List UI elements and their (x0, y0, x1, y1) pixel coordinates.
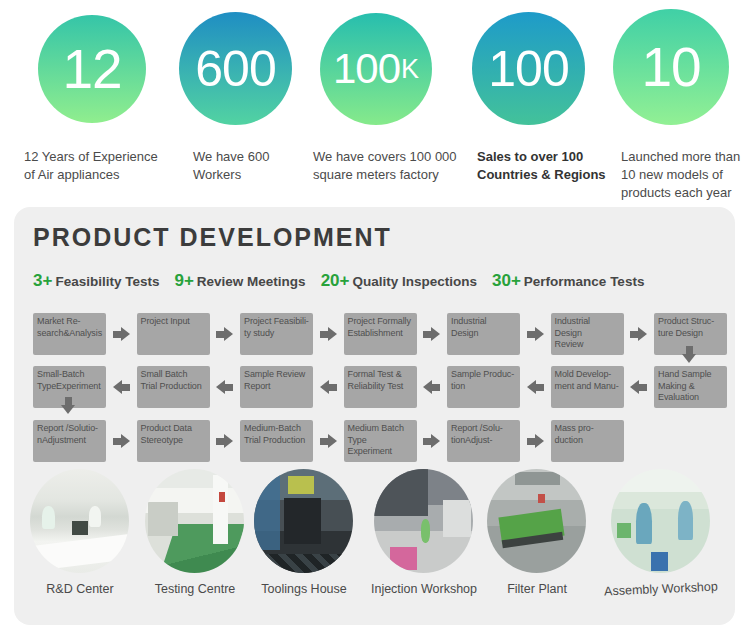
metric-review-meetings: 9+ Review Meetings (174, 271, 305, 291)
metrics-row: 3+ Feasibility Tests 9+ Review Meetings … (33, 271, 644, 291)
metric-value: 20+ (321, 271, 350, 291)
photo-texture (254, 554, 353, 573)
photo-texture (651, 552, 669, 571)
rd-center-photo (30, 469, 129, 573)
arrow-left-icon (210, 366, 241, 408)
metric-value: 9+ (174, 271, 193, 291)
flow-step: Market Re- search&Analysis (33, 313, 106, 355)
stat-value: 12 (62, 42, 121, 97)
filter-plant-photo (487, 469, 586, 573)
arrow-right-icon (520, 313, 551, 355)
assembly-workshop-photo (611, 469, 710, 573)
stat-value: 100 (488, 44, 568, 94)
stat-caption-years: 12 Years of Experience of Air appliances (24, 148, 158, 184)
flow-row-1: Market Re- search&Analysis Project Input… (33, 313, 727, 355)
flow-step: Mass pro- duction (551, 420, 624, 462)
arrow-right-icon (210, 313, 241, 355)
flow-step: Industrial Design (447, 313, 520, 355)
stat-circle-years: 12 (38, 15, 146, 123)
arrow-right-icon (520, 420, 551, 462)
arrow-left-icon (624, 366, 655, 408)
stat-circle-factory-area: 100 K (320, 13, 432, 125)
stat-caption-factory-area: We have covers 100 000 square meters fac… (313, 148, 457, 184)
metric-performance-tests: 30+ Performance Tests (492, 271, 644, 291)
photo-texture (72, 521, 89, 535)
section-title: PRODUCT DEVELOPMENT (33, 223, 392, 252)
injection-workshop-photo (374, 469, 473, 573)
stat-value: 600 (195, 44, 275, 94)
arrow-right-icon (210, 420, 241, 462)
stat-circle-countries: 100 (472, 12, 585, 125)
photo-texture (443, 500, 471, 536)
photo-texture (515, 472, 561, 484)
stat-caption-countries: Sales to over 100 Countries & Regions (477, 148, 606, 184)
photo-texture (538, 494, 545, 503)
flow-step: Project Feasibili- ty study (240, 313, 313, 355)
facility-label-toolings-house: Toolings House (234, 582, 374, 596)
flow-step: Project Formally Establishment (344, 313, 417, 355)
arrow-right-icon (106, 420, 137, 462)
photo-texture (148, 502, 178, 535)
metric-label: Quality Inspections (352, 274, 477, 289)
flow-step: Hand Sample Making & Evaluation (654, 366, 727, 408)
photo-texture (213, 475, 228, 544)
metric-feasibility-tests: 3+ Feasibility Tests (33, 271, 159, 291)
photo-texture (284, 498, 322, 544)
arrow-right-icon (313, 313, 344, 355)
photo-texture (30, 533, 129, 572)
photo-texture (678, 501, 693, 539)
photo-texture (421, 519, 431, 543)
testing-centre-photo (145, 469, 244, 573)
flow-step: Sample Produc- tion (447, 366, 520, 408)
stat-circle-new-models: 10 (613, 9, 729, 125)
flow-step: Medium-Batch Trial Production (240, 420, 313, 462)
flow-row-2: Small-Batch TypeExperiment Small Batch T… (33, 366, 727, 408)
photo-texture (254, 475, 280, 550)
arrow-left-icon (313, 366, 344, 408)
stat-value-suffix: K (401, 54, 419, 85)
toolings-house-photo (254, 469, 353, 573)
flow-step: Project Input (137, 313, 210, 355)
arrow-down-icon (682, 346, 696, 363)
photo-texture (636, 503, 652, 544)
photo-texture (374, 469, 428, 516)
arrow-right-icon (313, 420, 344, 462)
metric-value: 30+ (492, 271, 521, 291)
arrow-right-icon (624, 313, 655, 355)
flow-step: Report /Solutio- nAdjustment (33, 420, 106, 462)
infographic-page: 12 600 100 K 100 10 12 Years of Experien… (0, 0, 749, 639)
flow-step: Formal Test & Reliability Test (344, 366, 417, 408)
flow-step: Medium Batch Type Experiment (344, 420, 417, 462)
stat-circle-workers: 600 (179, 12, 292, 125)
facility-label-assembly-workshop: Assembly Workshop (591, 579, 731, 599)
photo-texture (617, 523, 631, 538)
arrow-right-icon (417, 313, 448, 355)
flow-row-3: Report /Solutio- nAdjustment Product Dat… (33, 420, 624, 462)
stat-caption-workers: We have 600 Workers (193, 148, 269, 184)
facility-label-filter-plant: Filter Plant (467, 582, 607, 596)
stat-caption-new-models: Launched more than 10 new models of prod… (621, 148, 740, 203)
flow-step: Sample Review Report (240, 366, 313, 408)
arrow-left-icon (520, 366, 551, 408)
flow-step: Product Data Stereotype (137, 420, 210, 462)
metric-label: Performance Tests (524, 274, 645, 289)
arrow-down-icon (61, 397, 75, 414)
flow-step: Industrial Design Review (551, 313, 624, 355)
stat-value: 100 (333, 48, 400, 90)
flow-step: Report /Solu- tionAdjust- (447, 420, 520, 462)
arrow-right-icon (417, 420, 448, 462)
metric-quality-inspections: 20+ Quality Inspections (321, 271, 477, 291)
flow-step: Small Batch Trial Production (137, 366, 210, 408)
stat-value: 10 (641, 40, 700, 95)
photo-texture (390, 547, 417, 570)
metric-label: Feasibility Tests (55, 274, 159, 289)
photo-texture (42, 506, 55, 529)
photo-texture (288, 476, 315, 494)
product-development-card: PRODUCT DEVELOPMENT 3+ Feasibility Tests… (14, 207, 735, 625)
arrow-left-icon (106, 366, 137, 408)
arrow-left-icon (417, 366, 448, 408)
metric-value: 3+ (33, 271, 52, 291)
photo-texture (219, 492, 225, 502)
metric-label: Review Meetings (197, 274, 306, 289)
photo-texture (89, 506, 101, 527)
